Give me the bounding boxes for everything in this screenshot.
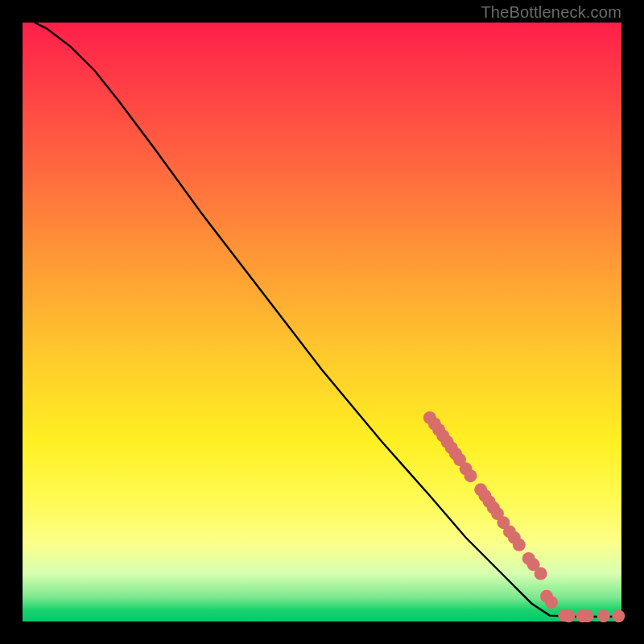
data-marker (563, 609, 576, 622)
chart-frame: TheBottleneck.com (0, 0, 644, 644)
data-marker (581, 609, 594, 622)
data-marker (545, 596, 558, 609)
data-marker (513, 539, 526, 551)
attribution-text: TheBottleneck.com (481, 3, 621, 22)
data-marker (535, 568, 547, 580)
bottleneck-curve (35, 23, 621, 617)
curve-layer (23, 23, 621, 621)
data-marker (597, 609, 610, 622)
data-marker (612, 609, 625, 622)
marker-group (423, 411, 625, 622)
data-marker (464, 469, 477, 482)
